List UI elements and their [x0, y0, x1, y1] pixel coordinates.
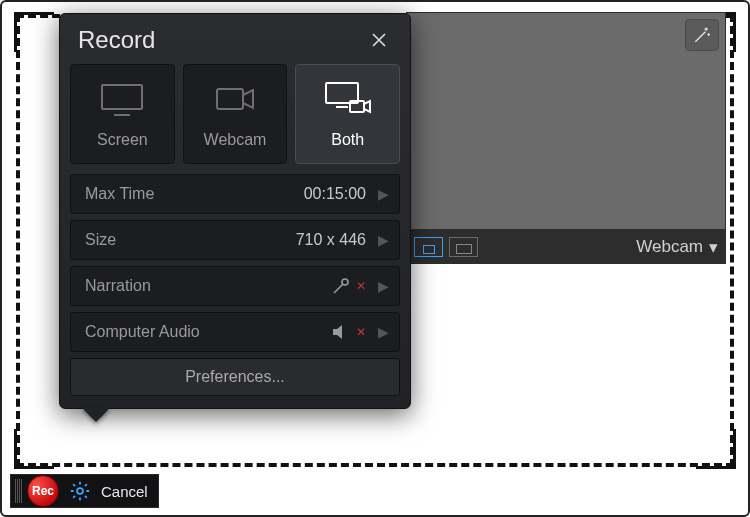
- drag-handle[interactable]: [13, 479, 23, 503]
- chevron-right-icon: ▶: [378, 232, 389, 248]
- mode-both-label: Both: [331, 131, 364, 149]
- record-popover: Record Screen Webcam: [59, 13, 411, 409]
- svg-rect-0: [102, 85, 142, 109]
- webcam-source-dropdown[interactable]: Webcam ▾: [636, 237, 718, 258]
- preferences-button[interactable]: Preferences...: [70, 358, 400, 396]
- computer-audio-label: Computer Audio: [85, 323, 200, 341]
- mode-screen-label: Screen: [97, 131, 148, 149]
- mode-screen[interactable]: Screen: [70, 64, 175, 164]
- corner-handle-tl[interactable]: [14, 12, 54, 52]
- row-size[interactable]: Size 710 x 446 ▶: [70, 220, 400, 260]
- row-computer-audio[interactable]: Computer Audio ✕ ▶: [70, 312, 400, 352]
- camera-icon: [209, 79, 261, 119]
- svg-rect-1: [217, 89, 243, 109]
- size-value: 710 x 446: [296, 231, 366, 249]
- magic-wand-button[interactable]: [685, 19, 719, 51]
- chevron-right-icon: ▶: [378, 324, 389, 340]
- bottom-toolbar: Rec Cancel: [10, 474, 159, 508]
- webcam-source-label: Webcam: [636, 237, 703, 257]
- aspect-preset-2[interactable]: [449, 237, 478, 257]
- settings-button[interactable]: [67, 478, 93, 504]
- disabled-x-icon: ✕: [356, 325, 366, 339]
- aspect-preset-1[interactable]: [414, 237, 443, 257]
- max-time-value: 00:15:00: [304, 185, 366, 203]
- chevron-right-icon: ▶: [378, 186, 389, 202]
- webcam-footer: Webcam ▾: [406, 230, 726, 264]
- monitor-camera-icon: [322, 79, 374, 119]
- row-max-time[interactable]: Max Time 00:15:00 ▶: [70, 174, 400, 214]
- speaker-icon: [330, 323, 352, 341]
- caret-down-icon: ▾: [709, 237, 718, 258]
- webcam-panel: Webcam ▾: [406, 12, 726, 264]
- narration-label: Narration: [85, 277, 151, 295]
- corner-handle-br[interactable]: [696, 429, 736, 469]
- record-button-label: Rec: [32, 484, 54, 498]
- webcam-preview: [406, 12, 726, 230]
- mode-webcam-label: Webcam: [204, 131, 267, 149]
- close-icon: [370, 31, 388, 49]
- row-narration[interactable]: Narration ✕ ▶: [70, 266, 400, 306]
- mode-both[interactable]: Both: [295, 64, 400, 164]
- disabled-x-icon: ✕: [356, 279, 366, 293]
- popover-title: Record: [78, 26, 155, 54]
- max-time-label: Max Time: [85, 185, 154, 203]
- mode-webcam[interactable]: Webcam: [183, 64, 288, 164]
- cancel-button[interactable]: Cancel: [101, 483, 148, 500]
- gear-icon: [69, 480, 91, 502]
- svg-point-5: [77, 488, 83, 494]
- chevron-right-icon: ▶: [378, 278, 389, 294]
- popover-arrow: [82, 408, 110, 422]
- magic-wand-icon: [692, 25, 712, 45]
- monitor-icon: [96, 79, 148, 119]
- preferences-label: Preferences...: [185, 368, 285, 386]
- corner-handle-bl[interactable]: [14, 429, 54, 469]
- microphone-icon: [330, 277, 352, 295]
- size-label: Size: [85, 231, 116, 249]
- record-button[interactable]: Rec: [27, 475, 59, 507]
- close-button[interactable]: [366, 27, 392, 53]
